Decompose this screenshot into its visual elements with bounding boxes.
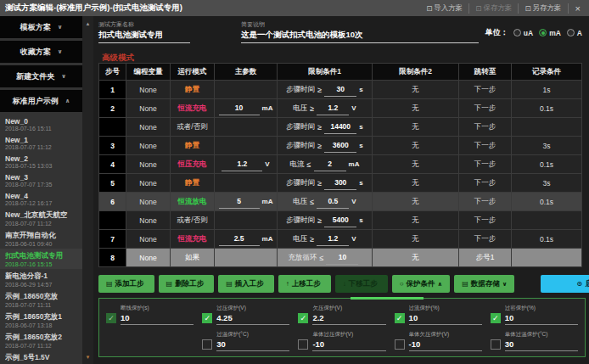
checkbox-icon[interactable]	[202, 313, 212, 323]
cell-program-variable[interactable]: None	[126, 174, 171, 193]
cell-limit-condition-2[interactable]: 无	[373, 174, 459, 193]
sidebar-section-header[interactable]: 收藏方案 ∨	[0, 41, 82, 63]
cell-main-parameter[interactable]: 5 mA	[215, 193, 278, 211]
condition-value-input[interactable]: 30	[324, 83, 356, 97]
cell-record-condition[interactable]: 0.1s	[512, 230, 581, 249]
list-item[interactable]: New_0 2018-07-16 15:11	[0, 115, 82, 133]
unit-radio-option[interactable]: uA	[513, 29, 533, 37]
toolbar-button[interactable]: ↑ 上移工步	[278, 275, 331, 293]
cell-main-parameter[interactable]	[215, 137, 278, 155]
cell-run-mode[interactable]: 静置	[171, 174, 215, 193]
checkbox-icon[interactable]	[298, 313, 308, 323]
sidebar-scrollbar[interactable]: ▲ ▼	[82, 16, 93, 364]
radio-icon[interactable]	[513, 29, 521, 36]
close-button[interactable]: ×	[569, 3, 584, 14]
cell-run-mode[interactable]: 静置	[171, 81, 215, 99]
cell-run-mode[interactable]: 静置	[171, 137, 215, 155]
condition-value-input[interactable]: 3600	[324, 139, 356, 153]
table-row[interactable]: 8 None 如果 充放循环 ≤ 10	[99, 249, 581, 267]
protection-value-input[interactable]: 4.25	[216, 312, 289, 325]
cell-record-condition[interactable]: 3s	[512, 174, 581, 193]
cell-run-mode[interactable]: 如果	[171, 249, 215, 267]
condition-value-input[interactable]: 5400	[324, 214, 356, 227]
protection-input-group[interactable]: 单体过温保护(°C) 30	[505, 331, 578, 351]
cell-limit-condition-2[interactable]: 无	[373, 155, 459, 174]
protection-value-input[interactable]: 10	[409, 312, 482, 325]
toolbar-button[interactable]: ▤ 数据存储 ∨	[454, 275, 514, 293]
protection-value-input[interactable]: -10	[409, 339, 482, 351]
cell-program-variable[interactable]: None	[126, 137, 171, 155]
table-row[interactable]: 3 None 静置 步骤时间 ≥ 3600 s	[99, 137, 581, 155]
cell-jump-to[interactable]: 下一步	[459, 81, 512, 99]
checkbox-icon[interactable]	[106, 313, 116, 323]
cell-jump-to[interactable]: 下一步	[459, 137, 512, 155]
cell-program-variable[interactable]: None	[126, 118, 171, 137]
list-item[interactable]: New_4 2018-07-12 16:17	[0, 189, 82, 208]
checkbox-icon[interactable]	[202, 339, 212, 350]
cell-limit-condition-1[interactable]: 步骤时间 ≥ 5400 s	[278, 211, 373, 230]
protection-value-input[interactable]: 30	[216, 339, 289, 351]
table-row[interactable]: None 或者/否则 步骤时间 ≥ 14400 s	[99, 118, 581, 137]
parameter-value-input[interactable]: 2.5	[219, 232, 260, 246]
parameter-value-input[interactable]: 5	[219, 195, 260, 209]
cell-program-variable[interactable]: None	[126, 155, 171, 174]
table-row[interactable]: 6 None 恒流放电 5 mA 电压 ≤ 0.5 V	[99, 193, 581, 211]
cell-program-variable[interactable]: None	[126, 193, 171, 211]
cell-record-condition[interactable]	[512, 118, 581, 137]
plan-name-field[interactable]: 测试方案名称 扣式电池测试专用	[98, 20, 190, 43]
cell-run-mode[interactable]: 恒流放电	[171, 193, 215, 211]
plan-desc-input[interactable]: 这是一个测试扣式电池的模板10次	[241, 30, 479, 43]
protection-input-group[interactable]: 欠压保护(V) 2.2	[312, 305, 385, 325]
list-item[interactable]: New_2 2018-07-15 13:03	[0, 152, 82, 171]
protection-value-input[interactable]: 2.2	[312, 312, 385, 325]
sidebar-section-header[interactable]: 模板方案 ∨	[0, 16, 82, 38]
cell-main-parameter[interactable]	[215, 249, 278, 267]
cell-limit-condition-2[interactable]: 无	[373, 211, 459, 230]
list-item[interactable]: 示例_5号1.5V 2018-03-09 14:10	[0, 350, 82, 364]
cell-program-variable[interactable]: None	[126, 99, 171, 118]
cell-record-condition[interactable]: 1s	[512, 81, 581, 99]
list-item[interactable]: 新电池分容-1 2018-06-29 14:57	[0, 269, 82, 289]
table-row[interactable]: 1 None 静置 步骤时间 ≥ 30 s	[99, 81, 581, 99]
cell-run-mode[interactable]: 恒流充电	[171, 230, 215, 249]
plan-action-button[interactable]: ⊡ 导入方案	[420, 3, 469, 14]
condition-value-input[interactable]: 14400	[324, 120, 356, 134]
protection-input-group[interactable]: 过压保护(V) 4.25	[216, 305, 289, 325]
cell-record-condition[interactable]: 0.1s	[512, 99, 581, 118]
unit-radio-option[interactable]: mA	[539, 29, 561, 37]
toolbar-button[interactable]: ↓ 下移工步	[335, 275, 388, 293]
cell-record-condition[interactable]	[512, 211, 581, 230]
cell-limit-condition-2[interactable]: 无	[373, 99, 459, 118]
table-row[interactable]: 5 None 静置 步骤时间 ≥ 300 s	[99, 174, 581, 193]
plan-desc-field[interactable]: 简要说明 这是一个测试扣式电池的模板10次	[241, 20, 479, 43]
cell-limit-condition-1[interactable]: 电压 ≥ 1.2 V	[278, 230, 373, 249]
cell-limit-condition-1[interactable]: 步骤时间 ≥ 3600 s	[278, 137, 373, 155]
cell-run-mode[interactable]: 恒流充电	[171, 99, 215, 118]
cell-jump-to[interactable]: 步号1	[459, 249, 512, 267]
cell-limit-condition-1[interactable]: 充放循环 ≤ 10	[278, 249, 373, 267]
cell-limit-condition-1[interactable]: 电压 ≥ 1.2 V	[278, 99, 373, 118]
checkbox-icon[interactable]	[395, 313, 405, 323]
cell-jump-to[interactable]: 下一步	[459, 118, 512, 137]
cell-limit-condition-2[interactable]: 无	[373, 249, 459, 267]
toolbar-button[interactable]: ▤ 插入工步	[218, 275, 274, 293]
cell-main-parameter[interactable]	[215, 211, 278, 230]
cell-limit-condition-2[interactable]: 无	[373, 230, 459, 249]
cell-limit-condition-2[interactable]: 无	[373, 193, 459, 211]
list-item[interactable]: New_北京航天航空 2018-07-07 11:12	[0, 208, 82, 228]
cell-jump-to[interactable]: 下一步	[459, 99, 512, 118]
protection-value-input[interactable]: -10	[312, 339, 385, 351]
checkbox-icon[interactable]	[298, 339, 308, 350]
sidebar-section-header-active[interactable]: 标准用户示例 ∧	[0, 90, 82, 112]
cell-limit-condition-1[interactable]: 电压 ≤ 0.5 V	[278, 193, 373, 211]
cell-jump-to[interactable]: 下一步	[459, 155, 512, 174]
plan-name-input[interactable]: 扣式电池测试专用	[98, 30, 190, 43]
table-row[interactable]: 2 None 恒流充电 10 mA 电压 ≥ 1.2 V	[99, 99, 581, 118]
cell-limit-condition-2[interactable]: 无	[373, 81, 459, 99]
cell-record-condition[interactable]: 3s	[512, 137, 581, 155]
parameter-value-input[interactable]: 1.2	[222, 158, 262, 171]
cell-limit-condition-1[interactable]: 步骤时间 ≥ 14400 s	[278, 118, 373, 137]
plan-action-button[interactable]: ⊡ 保存方案	[469, 3, 519, 14]
cell-limit-condition-2[interactable]: 无	[373, 137, 459, 155]
list-item[interactable]: New_3 2018-07-07 17:35	[0, 171, 82, 189]
